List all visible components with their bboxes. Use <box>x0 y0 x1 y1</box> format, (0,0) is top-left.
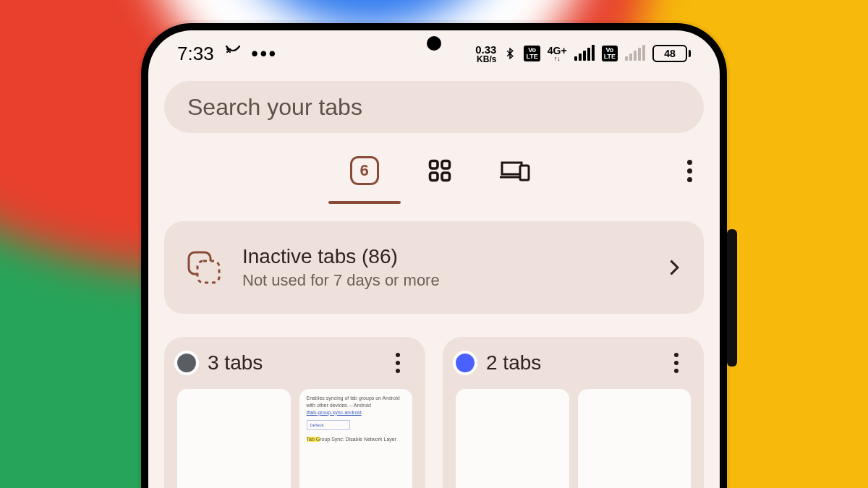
missed-call-icon <box>224 43 242 65</box>
group-menu-button[interactable] <box>383 348 412 377</box>
tab-thumbnail[interactable] <box>578 389 692 488</box>
grid-icon <box>427 158 453 184</box>
tab-group-card[interactable]: 2 tabs <box>443 337 704 488</box>
volte-badge-2: VoLTE <box>602 46 618 61</box>
devices-icon <box>500 158 530 183</box>
group-title: 3 tabs <box>208 351 372 374</box>
status-time: 7:33 <box>177 43 214 65</box>
signal-bars-2 <box>625 46 645 61</box>
group-title: 2 tabs <box>486 351 650 374</box>
svg-rect-4 <box>520 166 529 180</box>
signal-bars-1 <box>574 46 595 61</box>
tab-switcher-devices[interactable] <box>499 155 531 187</box>
tab-thumbnail[interactable]: Enables syncing of tab groups on Android… <box>299 389 413 488</box>
chevron-right-icon <box>663 257 684 278</box>
inactive-tabs-icon <box>184 248 224 287</box>
data-rate: 0.33 KB/s <box>475 44 496 64</box>
group-menu-button[interactable] <box>662 348 691 377</box>
phone-frame: 7:33 ••• 0.33 KB/s <box>141 23 727 488</box>
svg-rect-3 <box>442 173 450 181</box>
group-color-dot <box>177 354 196 372</box>
svg-rect-1 <box>442 161 450 169</box>
phone-side-button <box>727 229 737 367</box>
bluetooth-icon <box>503 45 516 62</box>
tab-thumbnail[interactable] <box>177 389 291 488</box>
svg-rect-0 <box>430 161 438 169</box>
tab-switcher-groups[interactable] <box>424 155 456 187</box>
battery-indicator: 48 <box>652 45 691 62</box>
search-placeholder: Search your tabs <box>187 94 362 121</box>
svg-rect-6 <box>197 261 219 283</box>
overflow-menu-button[interactable] <box>675 156 704 185</box>
group-color-dot <box>456 354 475 372</box>
svg-rect-2 <box>430 173 438 181</box>
more-notifications-icon: ••• <box>252 43 278 65</box>
search-tabs-input[interactable]: Search your tabs <box>164 81 704 133</box>
open-tab-count: 6 <box>350 156 379 185</box>
network-type: 4G+ ↑↓ <box>548 46 567 62</box>
volte-badge-1: VoLTE <box>524 46 540 61</box>
tab-group-card[interactable]: 3 tabs Enables syncing of tab groups on … <box>164 337 425 488</box>
tab-thumbnail[interactable] <box>456 389 569 488</box>
inactive-tabs-row[interactable]: Inactive tabs (86) Not used for 7 days o… <box>164 221 704 314</box>
tab-switcher-open-tabs[interactable]: 6 <box>349 155 380 187</box>
inactive-title: Inactive tabs (86) <box>242 245 644 268</box>
inactive-subtitle: Not used for 7 days or more <box>242 271 644 290</box>
status-bar: 7:33 ••• 0.33 KB/s <box>164 30 704 77</box>
